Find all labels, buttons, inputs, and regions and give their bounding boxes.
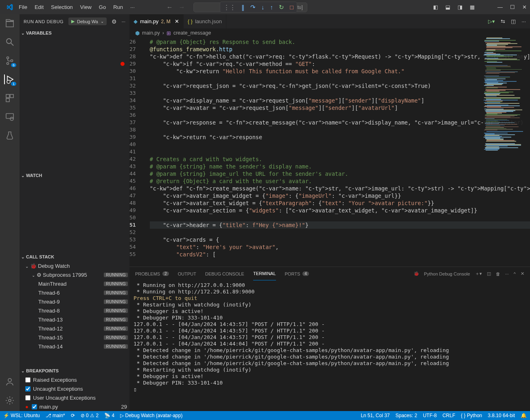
breakpoint-checkbox[interactable] xyxy=(25,377,31,383)
menu-overflow[interactable]: ··· xyxy=(127,2,138,12)
minimize-icon[interactable]: — xyxy=(497,4,503,10)
menu-file[interactable]: File xyxy=(15,2,31,12)
layout-grid-icon[interactable]: ▦ xyxy=(470,4,475,10)
close-panel-icon[interactable]: ✕ xyxy=(521,271,524,276)
callstack-row[interactable]: ⌄ 🐞 Debug Watch xyxy=(20,261,129,270)
breakpoint-checkbox[interactable] xyxy=(32,404,37,409)
section-breakpoints[interactable]: ⌄BREAKPOINTS xyxy=(20,366,129,375)
more-icon[interactable]: ··· xyxy=(521,18,526,24)
encoding-status[interactable]: UTF-8 xyxy=(423,413,437,418)
terminal-output[interactable]: * Running on http://127.0.0.1:9000 * Run… xyxy=(129,280,530,411)
maximize-icon[interactable]: ☐ xyxy=(510,4,515,10)
account-icon[interactable] xyxy=(5,377,15,387)
breakpoint-row[interactable]: Raised Exceptions xyxy=(20,375,129,384)
sync-icon[interactable]: ⟳ xyxy=(71,413,75,418)
panel-tab-debug-console[interactable]: DEBUG CONSOLE xyxy=(205,267,244,280)
gear-icon[interactable]: ⚙ xyxy=(112,18,117,25)
panel-tab-output[interactable]: OUTPUT xyxy=(178,267,196,280)
debug-status[interactable]: ▷ Debug Watch (avatar-app) xyxy=(120,413,182,418)
more-icon[interactable]: ··· xyxy=(505,271,509,276)
run-file-icon[interactable]: ▷▾ xyxy=(488,18,495,24)
diff-icon[interactable]: ⇆ xyxy=(501,18,505,24)
pause-icon[interactable]: ‖ xyxy=(241,4,245,11)
nav-back-icon[interactable]: ← xyxy=(166,4,173,11)
menu-selection[interactable]: Selection xyxy=(48,2,76,12)
close-tab-icon[interactable]: ✕ xyxy=(175,18,179,24)
split-icon[interactable]: ◫ xyxy=(511,18,516,24)
activity-bar: 6 1 xyxy=(0,14,20,411)
eol-status[interactable]: CRLF xyxy=(442,413,455,418)
panel-tab-terminal[interactable]: TERMINAL xyxy=(253,267,276,280)
testing-icon[interactable] xyxy=(5,131,15,140)
step-into-icon[interactable]: ↓ xyxy=(261,4,265,11)
breakpoint-checkbox[interactable] xyxy=(25,386,31,392)
file-icon: ◆ xyxy=(134,18,138,24)
more-icon[interactable]: ··· xyxy=(122,19,125,24)
code-editor[interactable]: 2627282930313233343536373839404142434445… xyxy=(129,37,530,267)
indent-status[interactable]: Spaces: 2 xyxy=(396,413,417,418)
kill-terminal-icon[interactable]: 🗑 xyxy=(496,271,500,276)
layout-bottom-icon[interactable]: ⬓ xyxy=(445,4,450,10)
extensions-icon[interactable] xyxy=(5,93,15,103)
layout-left-icon[interactable]: ◧ xyxy=(433,4,438,10)
callstack-row[interactable]: Thread-14RUNNING xyxy=(20,342,129,351)
sidebar: RUN AND DEBUG ▶ Debug Wa ⌄ ⚙ ··· ⌄VARIAB… xyxy=(20,14,129,411)
ports-status[interactable]: 📡 4 xyxy=(104,413,114,418)
menu-go[interactable]: Go xyxy=(96,2,109,12)
run-debug-icon[interactable]: 1 xyxy=(4,74,15,84)
remote-indicator[interactable]: ⚡ WSL: Ubuntu xyxy=(3,413,40,418)
callstack-row[interactable]: Thread-9RUNNING xyxy=(20,297,129,306)
lang-mode[interactable]: { } Python xyxy=(461,413,482,418)
minimap[interactable] xyxy=(484,37,524,184)
step-out-icon[interactable]: ↑ xyxy=(270,4,274,11)
search-icon[interactable] xyxy=(5,37,15,47)
layout-right-icon[interactable]: ◨ xyxy=(458,4,462,10)
breadcrumb[interactable]: ⬢ main.py › ⊞ create_message xyxy=(129,28,530,37)
new-terminal-icon[interactable]: ＋▾ xyxy=(475,271,482,277)
drag-handle-icon[interactable]: ⋮⋮ xyxy=(223,4,236,11)
settings-icon[interactable] xyxy=(5,396,15,405)
panel-tab-problems[interactable]: PROBLEMS2 xyxy=(135,267,169,280)
step-over-icon[interactable]: ↷ xyxy=(250,4,256,11)
breakpoint-checkbox[interactable] xyxy=(25,395,31,400)
terminal-profile[interactable]: Python Debug Console xyxy=(424,271,470,276)
breakpoint-row[interactable]: User Uncaught Exceptions xyxy=(20,393,129,402)
debug-config-select[interactable]: ▶ Debug Wa ⌄ xyxy=(68,18,107,25)
git-branch[interactable]: ⎇ main* xyxy=(46,413,65,418)
remote-explorer-icon[interactable] xyxy=(5,112,15,122)
scm-icon[interactable]: 6 xyxy=(5,56,15,66)
callstack-row[interactable]: Thread-6RUNNING xyxy=(20,288,129,297)
nav-fwd-icon[interactable]: → xyxy=(179,4,185,11)
callstack-row[interactable]: ⌄ ⚙ Subprocess 17995RUNNING xyxy=(20,270,129,279)
split-terminal-icon[interactable]: ◫ xyxy=(487,271,491,276)
stop-icon[interactable]: □ xyxy=(290,4,293,11)
explorer-icon[interactable] xyxy=(5,18,15,28)
callstack-row[interactable]: Thread-12RUNNING xyxy=(20,324,129,333)
callstack-row[interactable]: MainThreadRUNNING xyxy=(20,279,129,288)
debug-config-label: Debug Wa xyxy=(77,19,98,24)
close-icon[interactable]: ✕ xyxy=(522,4,527,10)
callstack-row[interactable]: Thread-13RUNNING xyxy=(20,315,129,324)
editor-tab[interactable]: ◆main.py2, M✕ xyxy=(129,14,184,28)
section-watch[interactable]: ⌄WATCH xyxy=(20,171,129,180)
callstack-row[interactable]: Thread-15RUNNING xyxy=(20,333,129,342)
breakpoint-row[interactable]: Uncaught Exceptions xyxy=(20,384,129,393)
problems-status[interactable]: ⊘ 0 ⚠ 2 xyxy=(81,413,99,418)
callstack-row[interactable]: Thread-8RUNNING xyxy=(20,306,129,315)
restart-icon[interactable]: ↻ xyxy=(279,4,284,11)
notifications-icon[interactable]: 🔔 xyxy=(521,413,527,418)
panel-tab-ports[interactable]: PORTS4 xyxy=(285,267,309,280)
menu-view[interactable]: View xyxy=(77,2,95,12)
editor-tab[interactable]: { }launch.json xyxy=(184,14,226,28)
section-variables[interactable]: ⌄VARIABLES xyxy=(20,28,129,37)
maximize-panel-icon[interactable]: ^ xyxy=(514,271,516,276)
scm-badge: 6 xyxy=(11,63,16,67)
menu-run[interactable]: Run xyxy=(110,2,126,12)
menu-edit[interactable]: Edit xyxy=(31,2,47,12)
interpreter[interactable]: 3.8.10 64-bit xyxy=(488,413,515,418)
svg-point-2 xyxy=(7,57,9,59)
cursor-pos[interactable]: Ln 51, Col 37 xyxy=(361,413,390,418)
section-callstack[interactable]: ⌄CALL STACK xyxy=(20,252,129,261)
svg-point-3 xyxy=(7,63,9,65)
breakpoint-row[interactable]: ●main.py29 xyxy=(20,402,129,411)
